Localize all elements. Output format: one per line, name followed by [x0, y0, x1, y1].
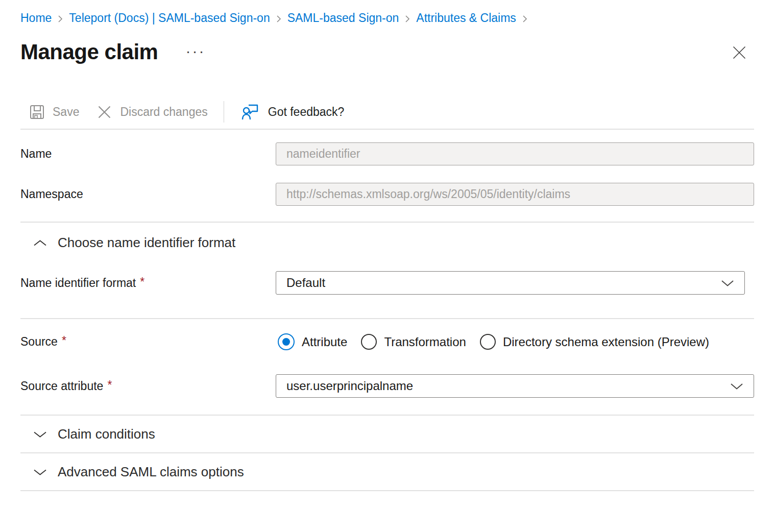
- section-title: Claim conditions: [58, 426, 155, 442]
- radio-label: Attribute: [302, 335, 347, 349]
- source-attribute-dropdown[interactable]: user.userprincipalname: [276, 374, 754, 398]
- namespace-input: [276, 183, 754, 206]
- breadcrumb-link-attributes-claims[interactable]: Attributes & Claims: [416, 11, 516, 25]
- breadcrumb-link-home[interactable]: Home: [20, 11, 52, 25]
- chevron-right-icon: [57, 14, 63, 24]
- more-options-button[interactable]: ···: [183, 46, 207, 56]
- save-label: Save: [53, 105, 79, 119]
- got-feedback-label: Got feedback?: [268, 105, 345, 119]
- radio-unselected-icon: [480, 334, 496, 350]
- divider: [20, 222, 754, 223]
- source-attribute-label: Source attribute*: [20, 379, 276, 393]
- radio-selected-icon: [278, 333, 295, 350]
- name-label: Name: [20, 147, 276, 161]
- feedback-icon: [241, 103, 259, 120]
- panel-header: Manage claim ···: [20, 40, 754, 64]
- chevron-down-icon: [33, 464, 47, 480]
- radio-attribute[interactable]: Attribute: [278, 333, 347, 350]
- label-text: Source attribute: [20, 379, 103, 393]
- close-icon: [732, 45, 746, 61]
- command-bar: Save Discard changes Got feedback?: [29, 100, 754, 124]
- section-advanced-saml-claims-options[interactable]: Advanced SAML claims options: [20, 453, 754, 490]
- chevron-right-icon: [276, 14, 282, 24]
- source-row: Source* Attribute Transformation Directo…: [20, 333, 754, 350]
- name-identifier-format-dropdown[interactable]: Default: [276, 271, 745, 295]
- radio-label: Directory schema extension (Preview): [503, 335, 709, 349]
- name-input: [276, 142, 754, 165]
- divider: [20, 318, 754, 319]
- section-claim-conditions[interactable]: Claim conditions: [20, 416, 754, 452]
- required-asterisk: *: [107, 378, 112, 392]
- section-title: Choose name identifier format: [58, 235, 235, 251]
- manage-claim-panel: Home Teleport (Docs) | SAML-based Sign-o…: [0, 0, 774, 491]
- chevron-down-icon: [730, 379, 743, 393]
- chevron-down-icon: [33, 426, 47, 442]
- save-button[interactable]: Save: [29, 104, 79, 120]
- name-identifier-format-label: Name identifier format*: [20, 276, 276, 290]
- divider: [20, 490, 754, 491]
- discard-icon: [96, 104, 112, 120]
- radio-transformation[interactable]: Transformation: [361, 334, 466, 350]
- source-label: Source*: [20, 335, 276, 349]
- required-asterisk: *: [62, 334, 66, 347]
- source-attribute-row: Source attribute* user.userprincipalname: [20, 374, 754, 398]
- namespace-label: Namespace: [20, 187, 276, 201]
- chevron-right-icon: [404, 14, 410, 24]
- chevron-right-icon: [522, 14, 528, 24]
- source-radio-group: Attribute Transformation Directory schem…: [276, 333, 754, 350]
- namespace-field-row: Namespace: [20, 183, 754, 206]
- label-text: Source: [20, 335, 58, 348]
- divider: [20, 129, 754, 130]
- radio-label: Transformation: [384, 335, 466, 349]
- required-asterisk: *: [140, 275, 144, 288]
- radio-directory-schema-extension[interactable]: Directory schema extension (Preview): [480, 334, 709, 350]
- breadcrumb-link-saml-sign-on[interactable]: SAML-based Sign-on: [287, 11, 399, 25]
- breadcrumb-link-enterprise-app[interactable]: Teleport (Docs) | SAML-based Sign-on: [69, 11, 270, 25]
- selected-value: Default: [286, 276, 325, 290]
- section-title: Advanced SAML claims options: [58, 464, 244, 480]
- got-feedback-button[interactable]: Got feedback?: [241, 103, 345, 120]
- chevron-up-icon: [33, 235, 47, 251]
- more-options-icon: ···: [185, 42, 205, 59]
- chevron-down-icon: [721, 276, 734, 290]
- page-title: Manage claim: [20, 40, 158, 64]
- breadcrumb: Home Teleport (Docs) | SAML-based Sign-o…: [20, 0, 754, 25]
- discard-changes-label: Discard changes: [120, 105, 207, 119]
- toolbar-divider: [224, 101, 224, 123]
- selected-value: user.userprincipalname: [286, 379, 413, 393]
- radio-unselected-icon: [361, 334, 377, 350]
- section-choose-name-identifier-format[interactable]: Choose name identifier format: [20, 233, 238, 252]
- save-icon: [29, 104, 45, 120]
- name-field-row: Name: [20, 142, 754, 165]
- label-text: Name identifier format: [20, 276, 136, 289]
- close-button[interactable]: [730, 44, 748, 62]
- name-identifier-format-row: Name identifier format* Default: [20, 271, 754, 295]
- discard-changes-button[interactable]: Discard changes: [96, 104, 207, 120]
